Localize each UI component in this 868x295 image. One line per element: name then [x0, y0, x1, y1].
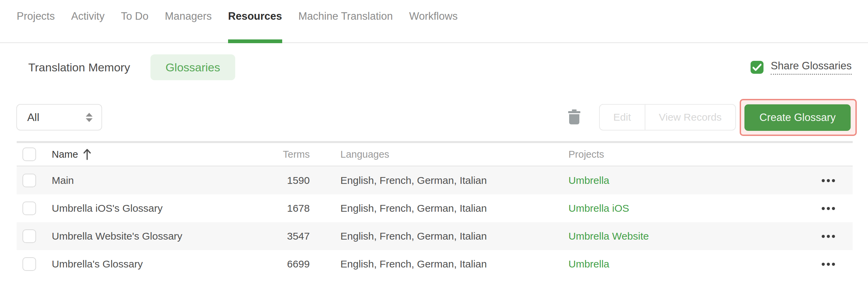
- row-checkbox[interactable]: [22, 257, 36, 271]
- select-caret-icon: [86, 113, 93, 122]
- tab-projects[interactable]: Projects: [17, 0, 55, 42]
- create-glossary-highlight: Create Glossary: [740, 99, 857, 136]
- glossary-project-link[interactable]: Umbrella iOS: [568, 203, 629, 214]
- tab-workflows[interactable]: Workflows: [409, 0, 457, 42]
- resources-subnav: Translation Memory Glossaries Share Glos…: [0, 54, 868, 80]
- delete-glossary-button[interactable]: [568, 109, 581, 125]
- top-navigation: Projects Activity To Do Managers Resourc…: [0, 0, 868, 43]
- share-glossaries-toggle[interactable]: Share Glossaries: [751, 60, 852, 75]
- view-records-button[interactable]: View Records: [645, 105, 736, 130]
- row-checkbox[interactable]: [22, 174, 36, 187]
- tab-todo[interactable]: To Do: [121, 0, 148, 42]
- subtab-translation-memory[interactable]: Translation Memory: [28, 61, 130, 74]
- checkmark-icon: [753, 64, 761, 71]
- column-header-terms: Terms: [255, 149, 310, 160]
- edit-button[interactable]: Edit: [600, 105, 645, 130]
- glossary-terms-count: 1590: [255, 175, 310, 186]
- glossary-name: Umbrella iOS's Glossary: [52, 203, 255, 214]
- row-menu-button[interactable]: [820, 231, 836, 241]
- glossary-name: Umbrella Website's Glossary: [52, 230, 255, 242]
- row-menu-button[interactable]: [820, 259, 836, 269]
- glossaries-page: Projects Activity To Do Managers Resourc…: [0, 0, 868, 295]
- table-row: Umbrella's Glossary 6699 English, French…: [17, 250, 853, 278]
- table-header-row: Name Terms Languages Projects: [17, 143, 853, 167]
- column-header-name[interactable]: Name: [52, 149, 255, 160]
- ellipsis-menu-icon: [822, 207, 825, 210]
- column-header-languages: Languages: [340, 149, 568, 160]
- share-glossaries-checkbox[interactable]: [751, 61, 763, 74]
- table-row: Umbrella iOS's Glossary 1678 English, Fr…: [17, 194, 853, 222]
- column-header-projects: Projects: [568, 149, 793, 160]
- glossary-languages: English, French, German, Italian: [340, 203, 568, 214]
- tab-resources[interactable]: Resources: [228, 0, 282, 42]
- row-menu-button[interactable]: [820, 204, 836, 213]
- glossary-project-link[interactable]: Umbrella: [568, 175, 609, 186]
- glossary-project-link[interactable]: Umbrella Website: [568, 230, 649, 242]
- glossary-project-link[interactable]: Umbrella: [568, 258, 609, 270]
- glossary-terms-count: 6699: [255, 258, 310, 270]
- tab-activity[interactable]: Activity: [71, 0, 105, 42]
- header-checkbox-cell: [17, 148, 52, 161]
- row-checkbox[interactable]: [22, 229, 36, 243]
- toolbar-actions: Edit View Records Create Glossary: [568, 99, 857, 136]
- glossary-name: Main: [52, 175, 255, 186]
- table-row: Umbrella Website's Glossary 3547 English…: [17, 222, 853, 250]
- tab-managers[interactable]: Managers: [165, 0, 212, 42]
- glossary-languages: English, French, German, Italian: [340, 230, 568, 242]
- row-checkbox[interactable]: [22, 202, 36, 215]
- glossary-terms-count: 3547: [255, 230, 310, 242]
- glossary-terms-count: 1678: [255, 203, 310, 214]
- glossary-name: Umbrella's Glossary: [52, 258, 255, 270]
- share-glossaries-label: Share Glossaries: [771, 60, 852, 75]
- create-glossary-button[interactable]: Create Glossary: [744, 104, 851, 131]
- select-all-checkbox[interactable]: [22, 148, 36, 161]
- glossary-action-group: Edit View Records: [599, 104, 736, 131]
- trash-icon: [568, 109, 581, 125]
- row-menu-button[interactable]: [820, 176, 836, 186]
- tab-machine-translation[interactable]: Machine Translation: [299, 0, 393, 42]
- table-row: Main 1590 English, French, German, Itali…: [17, 167, 853, 194]
- glossary-languages: English, French, German, Italian: [340, 175, 568, 186]
- ellipsis-menu-icon: [822, 235, 825, 238]
- ellipsis-menu-icon: [822, 179, 825, 182]
- subtab-glossaries[interactable]: Glossaries: [150, 54, 235, 80]
- glossaries-table: Name Terms Languages Projects Main 1590 …: [17, 141, 853, 278]
- glossary-filter-value: All: [27, 111, 39, 124]
- sort-ascending-icon: [83, 149, 92, 160]
- ellipsis-menu-icon: [822, 263, 825, 266]
- glossary-filter-select[interactable]: All: [16, 104, 102, 131]
- column-header-name-label: Name: [52, 149, 78, 160]
- glossary-languages: English, French, German, Italian: [340, 258, 568, 270]
- glossaries-toolbar: All Edit View Records Create Glossary: [0, 104, 868, 131]
